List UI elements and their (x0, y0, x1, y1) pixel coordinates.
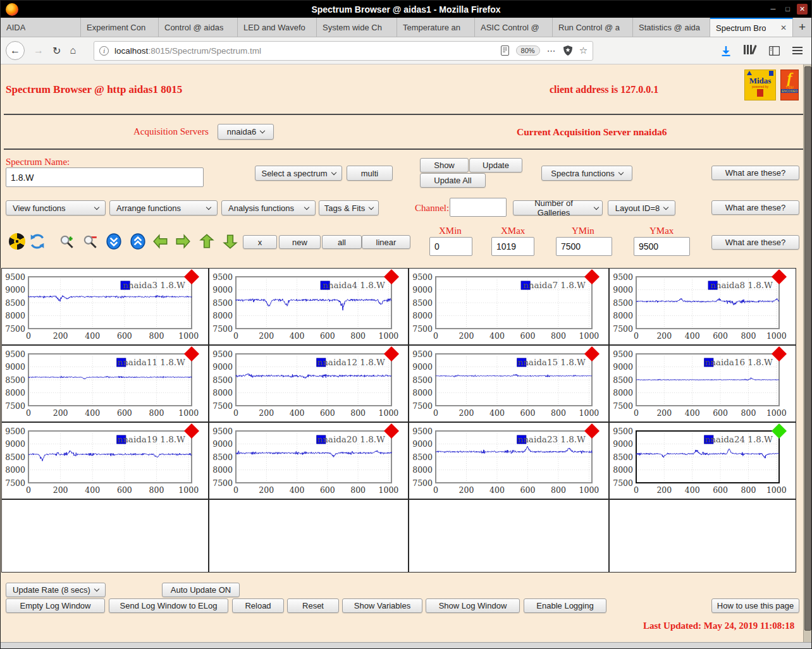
multi-button[interactable]: multi (347, 166, 393, 181)
analysis-functions-dropdown[interactable]: Analysis functions (221, 200, 316, 215)
forward-button[interactable]: → (34, 45, 44, 56)
spectrum-chart-nnaida16[interactable]: 7500800085009000950002004006008001000nna… (609, 345, 796, 422)
update-all-button[interactable]: Update All (420, 173, 486, 188)
page-info-icon[interactable]: i (99, 46, 109, 56)
acquisition-server-select[interactable]: nnaida6 (218, 124, 274, 140)
spectrum-chart-nnaida12[interactable]: 7500800085009000950002004006008001000nna… (209, 345, 409, 422)
page-scrollbar[interactable] (803, 64, 811, 642)
spectrum-chart-nnaida20[interactable]: 7500800085009000950002004006008001000nna… (209, 422, 409, 499)
update-rate-dropdown[interactable]: Update Rate (8 secs) (6, 583, 106, 597)
spectrum-chart-nnaida4[interactable]: 7500800085009000950002004006008001000nna… (209, 268, 409, 345)
minimize-button[interactable]: ─ (768, 4, 778, 15)
tab-led-and-wavefo[interactable]: LED and Wavefo (238, 18, 317, 37)
reload-page-button[interactable]: Reload (232, 598, 284, 613)
new-tab-button[interactable]: + (793, 18, 811, 37)
zoom-out-icon[interactable] (82, 233, 99, 250)
tab-statistics-aida[interactable]: Statistics @ aida (633, 18, 710, 37)
menu-icon[interactable] (792, 45, 803, 56)
select-spectrum-dropdown[interactable]: Select a spectrum (255, 166, 342, 181)
page-actions-icon[interactable]: ⋯ (547, 45, 557, 56)
spectra-functions-dropdown[interactable]: Spectra functions (541, 166, 632, 181)
galleries-dropdown[interactable]: Number of Galleries (513, 200, 603, 215)
all-button[interactable]: all (322, 235, 362, 249)
tab-run-control-a[interactable]: Run Control @ a (553, 18, 633, 37)
show-variables-button[interactable]: Show Variables (342, 598, 422, 613)
what-are-these-button-3[interactable]: What are these? (711, 235, 799, 250)
status-diamond-red[interactable] (184, 423, 199, 439)
bookmark-star-icon[interactable]: ☆ (579, 45, 587, 56)
refresh-icon[interactable] (29, 233, 46, 250)
tags-fits-dropdown[interactable]: Tags & Fits (319, 200, 379, 215)
xmax-input[interactable] (491, 237, 534, 256)
download-icon[interactable] (721, 45, 731, 56)
channel-input[interactable] (450, 198, 507, 217)
arrow-right-icon[interactable] (175, 233, 191, 250)
status-diamond-green[interactable] (772, 423, 787, 439)
collapse-up-icon[interactable] (130, 233, 146, 250)
status-diamond-red[interactable] (584, 346, 600, 361)
url-bar[interactable]: i localhost:8015/Spectrum/Spectrum.tml 8… (94, 41, 593, 61)
arrow-up-icon[interactable] (199, 233, 215, 250)
status-diamond-red[interactable] (384, 269, 399, 284)
status-diamond-red[interactable] (772, 269, 787, 284)
reader-mode-icon[interactable] (501, 45, 509, 56)
status-diamond-red[interactable] (184, 346, 199, 361)
reset-button[interactable]: Reset (287, 598, 339, 613)
collapse-down-icon[interactable] (106, 233, 122, 250)
linear-button[interactable]: linear (362, 235, 410, 249)
scrollbar-thumb[interactable] (804, 66, 811, 631)
tab-experiment-con[interactable]: Experiment Con (81, 18, 159, 37)
tab-system-wide-ch[interactable]: System wide Ch (317, 18, 397, 37)
shield-icon[interactable] (563, 45, 572, 56)
show-button[interactable]: Show (420, 158, 469, 173)
enable-logging-button[interactable]: Enable Logging (524, 598, 606, 613)
layout-id-dropdown[interactable]: Layout ID=8 (608, 200, 675, 215)
zoom-in-icon[interactable] (59, 233, 75, 250)
spectrum-chart-nnaida7[interactable]: 7500800085009000950002004006008001000nna… (409, 268, 609, 345)
send-log-button[interactable]: Send Log Window to ELog (109, 598, 228, 613)
tab-spectrum-bro[interactable]: Spectrum Bro✕ (710, 18, 793, 37)
empty-log-button[interactable]: Empty Log Window (6, 598, 105, 613)
status-diamond-red[interactable] (584, 423, 600, 439)
tab-asic-control-[interactable]: ASIC Control @ (475, 18, 553, 37)
spectrum-chart-nnaida23[interactable]: 7500800085009000950002004006008001000nna… (409, 422, 609, 499)
x-scale-button[interactable]: x (243, 235, 277, 249)
url-text[interactable]: localhost:8015/Spectrum/Spectrum.tml (114, 46, 261, 56)
what-are-these-button-1[interactable]: What are these? (711, 166, 799, 180)
status-diamond-red[interactable] (772, 346, 787, 361)
arrange-functions-dropdown[interactable]: Arrange functions (109, 200, 218, 215)
show-log-button[interactable]: Show Log Window (426, 598, 520, 613)
spectrum-chart-nnaida3[interactable]: 7500800085009000950002004006008001000nna… (1, 268, 209, 345)
spectrum-chart-nnaida24[interactable]: 7500800085009000950002004006008001000nna… (609, 422, 796, 499)
tab-close-icon[interactable]: ✕ (775, 23, 787, 32)
view-functions-dropdown[interactable]: View functions (6, 200, 106, 215)
reload-button[interactable]: ↻ (52, 45, 61, 57)
tab-control-aidas[interactable]: Control @ aidas (159, 18, 238, 37)
tab-aida[interactable]: AIDA (1, 18, 81, 37)
library-icon[interactable] (744, 45, 756, 57)
xmin-input[interactable] (429, 237, 472, 256)
tab-temperature-an[interactable]: Temperature an (397, 18, 475, 37)
arrow-left-icon[interactable] (152, 233, 169, 250)
maximize-button[interactable]: □ (782, 4, 793, 15)
ymax-input[interactable] (634, 237, 690, 256)
status-diamond-red[interactable] (384, 346, 399, 361)
spectrum-chart-nnaida8[interactable]: 7500800085009000950002004006008001000nna… (609, 268, 796, 345)
spectrum-chart-nnaida19[interactable]: 7500800085009000950002004006008001000nna… (1, 422, 209, 499)
spectrum-chart-nnaida11[interactable]: 7500800085009000950002004006008001000nna… (1, 345, 209, 422)
radiation-icon[interactable] (9, 233, 25, 250)
auto-update-button[interactable]: Auto Update ON (162, 583, 240, 597)
update-button[interactable]: Update (469, 158, 522, 173)
spectrum-name-input[interactable] (6, 167, 204, 187)
status-diamond-red[interactable] (584, 269, 600, 284)
close-button[interactable]: ✕ (797, 4, 808, 15)
spectrum-chart-nnaida15[interactable]: 7500800085009000950002004006008001000nna… (409, 345, 609, 422)
new-button[interactable]: new (279, 235, 321, 249)
ymin-input[interactable] (556, 237, 612, 256)
how-to-use-button[interactable]: How to use this page (711, 598, 799, 613)
home-button[interactable]: ⌂ (70, 45, 76, 56)
sidebar-icon[interactable] (769, 46, 780, 56)
status-diamond-red[interactable] (184, 269, 199, 284)
zoom-level-badge[interactable]: 80% (516, 45, 540, 56)
back-button[interactable]: ← (6, 41, 25, 60)
